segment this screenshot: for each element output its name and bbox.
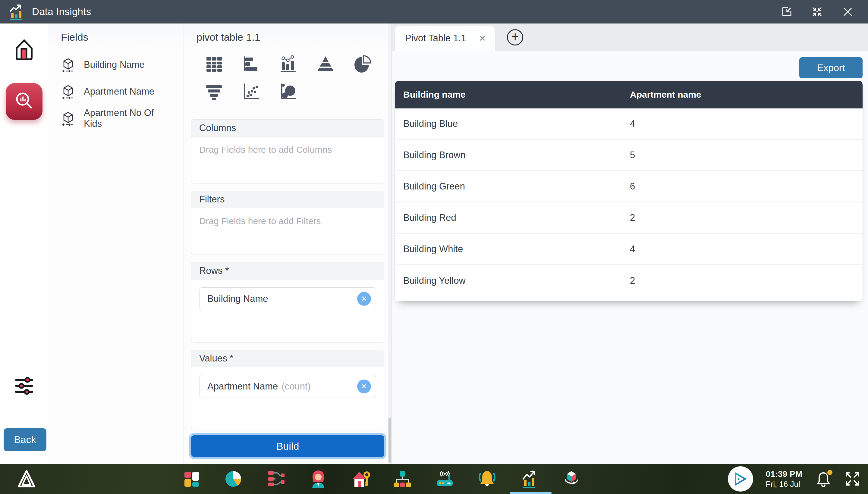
cell-count: 6	[629, 181, 863, 192]
rows-chip-building-name[interactable]: Building Name ✕	[199, 287, 376, 310]
table-row: Building Brown 5	[395, 140, 863, 171]
chart-type-picker	[184, 51, 391, 102]
clock-time: 01:39 PM	[766, 469, 802, 479]
insights-chart-icon[interactable]	[520, 469, 539, 489]
cell-building: Building Blue	[395, 118, 629, 129]
field-cube-icon	[61, 56, 75, 73]
add-tab-icon[interactable]: +	[507, 29, 523, 45]
home-icon[interactable]	[12, 37, 36, 62]
pie-chart-icon[interactable]	[352, 54, 373, 74]
data-search-button[interactable]	[6, 83, 42, 120]
table-row: Building Red 2	[395, 203, 863, 234]
field-cube-icon	[61, 110, 75, 127]
triangle-logo-icon[interactable]	[17, 469, 36, 489]
window-controls	[779, 5, 855, 19]
tab-close-icon[interactable]: ✕	[479, 34, 486, 43]
pop-in-window-icon[interactable]	[779, 5, 793, 19]
columns-placeholder: Drag Fields here to add Columns	[191, 137, 384, 183]
values-chip-apartment-name[interactable]: Apartment Name (count) ✕	[199, 375, 376, 398]
close-window-icon[interactable]	[841, 5, 855, 19]
chip-remove-icon[interactable]: ✕	[357, 292, 371, 306]
settings-sliders-icon[interactable]	[14, 377, 34, 395]
clock[interactable]: 01:39 PM Fri, 16 Jul	[766, 469, 802, 489]
fields-panel: Fields Building Name Apartment Name	[48, 23, 184, 464]
app-logo-icon	[9, 3, 26, 20]
horizontal-bar-chart-icon[interactable]	[241, 54, 261, 74]
taskbar-system-tray: 01:39 PM Fri, 16 Jul	[728, 464, 860, 494]
active-app-indicator	[510, 492, 552, 494]
cell-count: 4	[629, 244, 863, 254]
taskbar: 01:39 PM Fri, 16 Jul	[0, 464, 868, 494]
back-button[interactable]: Back	[4, 428, 47, 451]
pyramid-chart-icon[interactable]	[315, 54, 336, 74]
builder-scrollbar[interactable]	[388, 23, 391, 464]
scrollbar-thumb[interactable]	[388, 417, 391, 463]
titlebar: Data Insights	[0, 0, 868, 23]
left-sidebar: Back	[0, 23, 48, 464]
funnel-chart-icon[interactable]	[204, 82, 224, 102]
table-row: Building Blue 4	[395, 109, 863, 140]
filters-section-title: Filters	[191, 191, 384, 208]
cube-rotate-icon[interactable]	[562, 469, 581, 489]
apps-grid-icon[interactable]	[182, 469, 201, 489]
chip-label: Building Name	[207, 293, 268, 304]
cell-building: Building Green	[395, 181, 629, 192]
notification-bell-icon[interactable]	[477, 469, 497, 489]
table-chart-icon[interactable]	[204, 54, 224, 74]
flow-nodes-icon[interactable]	[266, 469, 286, 489]
fields-panel-title: Fields	[48, 23, 184, 51]
wifi-router-icon[interactable]	[435, 469, 455, 489]
brand-circle-icon[interactable]	[728, 466, 753, 492]
chip-remove-icon[interactable]: ✕	[357, 380, 371, 393]
field-item-apartment-name[interactable]: Apartment Name	[48, 78, 184, 105]
export-button[interactable]: Export	[799, 57, 863, 78]
columns-dropzone[interactable]: Columns Drag Fields here to add Columns	[191, 119, 384, 184]
pivot-result-table: Building name Apartment name Building Bl…	[395, 81, 863, 301]
field-label: Apartment No Of Kids	[84, 108, 171, 129]
rows-dropzone[interactable]: Rows * Building Name ✕	[191, 262, 384, 342]
table-row: Building Yellow 2	[395, 265, 863, 297]
compress-screen-icon[interactable]	[810, 5, 824, 19]
expand-arrows-icon[interactable]	[845, 471, 860, 487]
cell-count: 5	[629, 150, 863, 160]
field-item-apartment-no-of-kids[interactable]: Apartment No Of Kids	[48, 105, 184, 132]
cell-building: Building White	[395, 244, 629, 254]
columns-section-title: Columns	[191, 119, 384, 137]
fields-list: Building Name Apartment Name Apartment N…	[48, 51, 184, 132]
column-header-apartment-name: Apartment name	[629, 90, 863, 100]
chip-aggregation: (count)	[281, 381, 310, 392]
values-dropzone[interactable]: Values * Apartment Name (count) ✕	[191, 350, 384, 430]
values-section-title: Values *	[191, 350, 384, 367]
tab-pivot-table-1-1[interactable]: Pivot Table 1.1 ✕	[395, 25, 495, 51]
org-hierarchy-icon[interactable]	[393, 469, 412, 489]
column-line-chart-icon[interactable]	[278, 54, 298, 74]
house-key-icon[interactable]	[351, 469, 370, 489]
pivot-builder-panel: pivot table 1.1	[184, 23, 392, 464]
app-title: Data Insights	[32, 6, 91, 17]
search-chart-icon	[13, 91, 35, 112]
person-avatar-icon[interactable]	[309, 469, 328, 489]
build-button[interactable]: Build	[191, 435, 384, 457]
main-area: Pivot Table 1.1 ✕ + Export Building name…	[392, 23, 868, 464]
builder-title: pivot table 1.1	[184, 23, 391, 51]
filters-dropzone[interactable]: Filters Drag Fields here to add Filters	[191, 191, 384, 255]
field-item-building-name[interactable]: Building Name	[48, 51, 184, 78]
notifications-button[interactable]	[815, 470, 832, 488]
rows-section-title: Rows *	[191, 262, 384, 280]
table-row: Building White 4	[395, 234, 863, 265]
tab-content: Export Building name Apartment name Buil…	[392, 51, 868, 464]
field-label: Building Name	[84, 59, 145, 70]
field-label: Apartment Name	[84, 86, 154, 97]
cell-count: 2	[629, 212, 863, 223]
bubble-chart-icon[interactable]	[278, 82, 298, 102]
column-header-building-name: Building name	[395, 90, 629, 100]
tab-strip: Pivot Table 1.1 ✕ +	[392, 23, 868, 51]
chip-label: Apartment Name	[207, 381, 278, 392]
notification-dot	[827, 470, 832, 475]
cell-count: 2	[629, 275, 863, 286]
scatter-plot-icon[interactable]	[241, 82, 261, 102]
tab-label: Pivot Table 1.1	[405, 33, 466, 44]
clock-date: Fri, 16 Jul	[766, 479, 802, 489]
table-row: Building Green 6	[395, 171, 863, 203]
pie-chart-app-icon[interactable]	[224, 469, 243, 489]
